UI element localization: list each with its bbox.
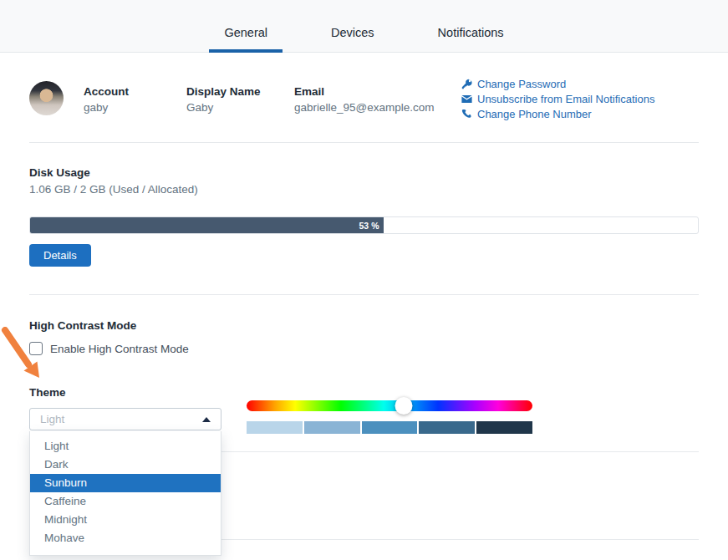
divider [29,294,699,295]
tab-notifications[interactable]: Notifications [423,26,519,52]
settings-page: General Devices Notifications Account ga… [0,0,728,560]
theme-option-mohave[interactable]: Mohave [30,529,221,547]
palette-swatch [362,421,418,434]
theme-select[interactable]: Light [29,408,221,430]
unsubscribe-email-label: Unsubscribe from Email Notifications [477,93,654,105]
palette-swatch [247,421,303,434]
theme-option-midnight[interactable]: Midnight [30,511,221,529]
disk-usage-value: 1.06 GB / 2 GB (Used / Allocated) [29,183,198,196]
disk-usage-title: Disk Usage [29,166,90,179]
account-links: Change Password Unsubscribe from Email N… [461,78,654,120]
palette-swatches [247,421,532,434]
theme-title: Theme [29,386,66,399]
key-icon [461,79,472,89]
display-name-value: Gaby [186,101,261,114]
palette-swatch [304,421,360,434]
display-name-label: Display Name [186,85,261,98]
high-contrast-checkbox[interactable] [29,342,43,355]
hue-slider[interactable] [247,400,532,411]
email-field: Email gabrielle_95@example.com [294,85,435,114]
details-button[interactable]: Details [29,244,91,267]
email-label: Email [294,85,435,98]
high-contrast-row: Enable High Contrast Mode [29,342,189,355]
unsubscribe-email-link[interactable]: Unsubscribe from Email Notifications [461,93,654,105]
account-field: Account gaby [84,85,129,114]
theme-select-value: Light [40,413,202,425]
theme-option-light[interactable]: Light [30,437,221,456]
chevron-up-icon [202,417,211,422]
palette-swatch [476,421,532,434]
theme-dropdown-menu: Light Dark Sunburn Caffeine Midnight Moh… [29,431,221,556]
theme-option-sunburn[interactable]: Sunburn [30,474,221,492]
high-contrast-checkbox-label: Enable High Contrast Mode [50,343,189,355]
high-contrast-title: High Contrast Mode [29,319,136,332]
phone-icon [461,109,472,120]
envelope-icon [461,94,472,104]
theme-option-caffeine[interactable]: Caffeine [30,492,221,511]
divider [29,142,699,143]
annotation-arrow-icon [0,327,50,389]
avatar [29,81,64,115]
change-phone-label: Change Phone Number [477,108,592,120]
disk-progress-bar: 53 % [29,216,699,234]
disk-progress-percent: 53 % [359,221,379,231]
tab-devices[interactable]: Devices [316,26,389,52]
tab-general[interactable]: General [209,26,283,52]
tab-bar: General Devices Notifications [0,0,728,53]
change-password-label: Change Password [477,78,566,90]
change-password-link[interactable]: Change Password [461,78,654,90]
theme-option-dark[interactable]: Dark [30,456,221,474]
email-value: gabrielle_95@example.com [294,101,435,114]
disk-progress-fill: 53 % [30,217,384,233]
account-value: gaby [84,101,129,114]
change-phone-link[interactable]: Change Phone Number [461,108,654,120]
hue-slider-thumb[interactable] [395,397,413,415]
palette-swatch [419,421,475,434]
account-label: Account [84,85,129,98]
display-name-field: Display Name Gaby [186,85,261,114]
